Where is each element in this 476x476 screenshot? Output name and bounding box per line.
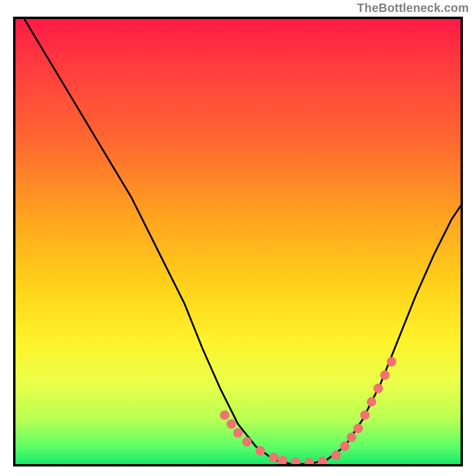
highlight-dot (353, 424, 363, 433)
highlight-dot (269, 453, 278, 462)
highlight-dot (387, 357, 396, 367)
highlight-dot (227, 419, 236, 429)
highlight-dot (278, 456, 287, 464)
highlight-dot (360, 411, 369, 420)
highlight-dot (233, 428, 243, 438)
plot-area (13, 17, 463, 466)
highlight-dot (374, 384, 383, 393)
highlight-dot (380, 370, 390, 380)
highlight-dot (340, 441, 350, 451)
highlight-dot (255, 446, 265, 456)
highlight-dot (242, 437, 252, 447)
highlight-dots (220, 357, 396, 464)
highlight-dot (291, 458, 300, 464)
attribution-label: TheBottleneck.com (357, 1, 469, 15)
highlight-dot (220, 411, 230, 420)
highlight-dot (305, 458, 314, 464)
highlight-dot (367, 397, 376, 406)
highlight-dot (331, 450, 341, 460)
chart-svg (15, 19, 461, 464)
bottleneck-curve (24, 19, 461, 464)
highlight-dot (318, 457, 327, 465)
chart-stage: TheBottleneck.com (0, 0, 476, 476)
highlight-dot (347, 433, 356, 442)
